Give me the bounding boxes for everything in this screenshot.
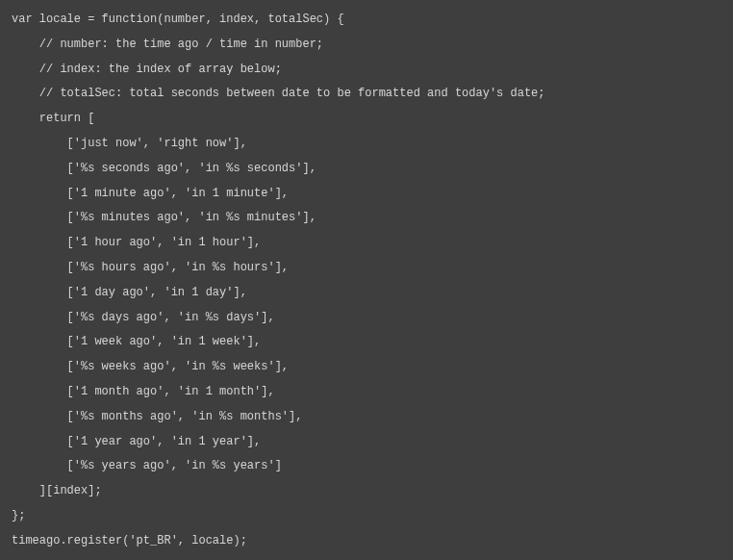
code-line: ['1 month ago', 'in 1 month'], [12,385,275,398]
code-line: return [ [12,112,94,125]
code-line: // index: the index of array below; [12,63,282,76]
code-line: timeago.register('pt_BR', locale); [12,534,247,547]
code-line: ['%s days ago', 'in %s days'], [12,311,275,324]
code-line: ['1 minute ago', 'in 1 minute'], [12,187,289,200]
code-line: ['just now', 'right now'], [12,137,247,150]
code-line: ['1 year ago', 'in 1 year'], [12,435,261,448]
code-line: // number: the time ago / time in number… [12,38,323,51]
code-line: ['1 hour ago', 'in 1 hour'], [12,236,261,249]
code-line: var locale = function(number, index, tot… [12,13,344,26]
code-line: ['1 week ago', 'in 1 week'], [12,335,261,348]
code-line: // totalSec: total seconds between date … [12,87,545,100]
code-line: ['%s months ago', 'in %s months'], [12,410,302,423]
code-block: var locale = function(number, index, tot… [12,8,721,560]
code-line: ][index]; [12,484,102,497]
code-line: ['%s seconds ago', 'in %s seconds'], [12,162,316,175]
code-line: ['%s years ago', 'in %s years'] [12,459,282,472]
code-line: ['1 day ago', 'in 1 day'], [12,286,247,299]
code-line: }; [12,509,25,522]
code-line: ['%s hours ago', 'in %s hours'], [12,261,289,274]
code-line: ['%s minutes ago', 'in %s minutes'], [12,211,316,224]
code-line: ['%s weeks ago', 'in %s weeks'], [12,360,289,373]
